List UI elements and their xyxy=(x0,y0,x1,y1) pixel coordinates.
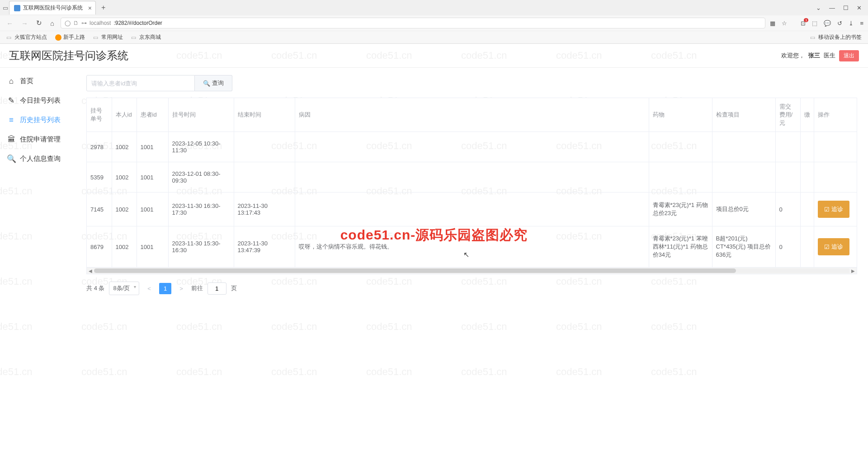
sidebar-item-home[interactable]: ⌂ 首页 xyxy=(0,71,79,91)
goto-input[interactable] xyxy=(208,282,226,295)
cell-reg_no: 7145 xyxy=(87,193,112,226)
cell-end_time: 2023-11-30 13:47:39 xyxy=(234,226,295,268)
tab-favicon-icon xyxy=(14,5,20,11)
th-action: 操作 xyxy=(814,98,857,132)
page-next-icon[interactable]: > xyxy=(176,283,187,294)
sidebar-item-profile[interactable]: 🔍 个人信息查询 xyxy=(0,149,79,169)
window-dropdown-icon[interactable]: ⌄ xyxy=(816,5,821,11)
cell-exam: 项目总价0元 xyxy=(712,193,775,226)
cell-fee: 0 xyxy=(775,193,800,226)
window-minimize-icon[interactable]: — xyxy=(829,5,835,11)
extension-badge-icon[interactable]: ⊡1 xyxy=(801,20,806,27)
scroll-right-icon[interactable]: ▶ xyxy=(849,268,857,273)
chat-icon[interactable]: 💬 xyxy=(824,20,831,27)
th-self-id: 本人id xyxy=(112,98,137,132)
cell-patient_id: 1001 xyxy=(137,226,168,268)
bookmark-jd[interactable]: ▭京东商城 xyxy=(131,33,161,41)
bookmarks-bar: ▭火狐官方站点 新手上路 ▭常用网址 ▭京东商城 ▭移动设备上的书签 xyxy=(0,31,868,43)
bookmark-newbie[interactable]: 新手上路 xyxy=(55,33,85,41)
page-size-select[interactable]: 8条/页 xyxy=(109,282,139,295)
zhuizhen-button[interactable]: ☑追诊 xyxy=(818,201,849,218)
star-icon[interactable]: ☆ xyxy=(782,20,787,27)
bookmark-firefox[interactable]: ▭火狐官方站点 xyxy=(6,33,47,41)
extension-icon[interactable]: ⬚ xyxy=(812,20,817,27)
table-header-row: 挂号单号 本人id 患者id 挂号时间 结束时间 病因 药物 检查项目 需交费用… xyxy=(87,98,857,132)
cell-self_id: 1002 xyxy=(112,226,137,268)
sidebar-item-label: 首页 xyxy=(20,77,33,85)
th-medicine: 药物 xyxy=(649,98,712,132)
new-tab-button[interactable]: + xyxy=(98,2,109,14)
nav-forward-icon[interactable]: → xyxy=(19,19,30,28)
cell-action: ☑追诊 xyxy=(814,226,857,268)
sidebar-item-inpatient[interactable]: 🏛 住院申请管理 xyxy=(0,130,79,149)
cell-end_time xyxy=(234,162,295,193)
cell-cause: 哎呀，这个病情不容乐观。得花钱。 xyxy=(295,226,649,268)
cell-cause xyxy=(295,193,649,226)
bookmark-mobile[interactable]: ▭移动设备上的书签 xyxy=(810,33,862,41)
table-wrap: 挂号单号 本人id 患者id 挂号时间 结束时间 病因 药物 检查项目 需交费用… xyxy=(86,98,857,274)
window-maximize-icon[interactable]: ☐ xyxy=(843,5,849,11)
cell-pay xyxy=(800,193,814,226)
cell-reg_no: 2978 xyxy=(87,132,112,162)
cell-fee xyxy=(775,132,800,162)
window-controls: ⌄ — ☐ ✕ xyxy=(816,5,868,11)
window-close-icon[interactable]: ✕ xyxy=(857,5,862,11)
download-icon[interactable]: ⤓ xyxy=(849,20,854,27)
search-icon: 🔍 xyxy=(7,155,15,163)
check-icon: ☑ xyxy=(824,206,830,213)
bookmark-common[interactable]: ▭常用网址 xyxy=(93,33,123,41)
cell-end_time xyxy=(234,132,295,162)
tab-close-icon[interactable]: × xyxy=(88,5,92,12)
app-title: 互联网医院挂号问诊系统 xyxy=(9,48,128,63)
browser-tab[interactable]: 互联网医院挂号问诊系统 × xyxy=(9,1,96,14)
goto-suffix: 页 xyxy=(231,284,237,292)
cell-self_id: 1002 xyxy=(112,132,137,162)
zhuizhen-button[interactable]: ☑追诊 xyxy=(818,238,849,255)
th-reg-time: 挂号时间 xyxy=(168,98,234,132)
edit-icon: ✎ xyxy=(7,97,15,105)
nav-home-icon[interactable]: ⌂ xyxy=(48,19,56,28)
cell-reg_time: 2023-11-30 15:30-16:30 xyxy=(168,226,234,268)
cell-reg_time: 2023-12-05 10:30-11:30 xyxy=(168,132,234,162)
nav-back-icon[interactable]: ← xyxy=(5,19,15,28)
sidebar-item-today[interactable]: ✎ 今日挂号列表 xyxy=(0,91,79,110)
cell-reg_time: 2023-11-30 16:30-17:30 xyxy=(168,193,234,226)
cell-medicine xyxy=(649,162,712,193)
scroll-thumb[interactable] xyxy=(94,268,736,273)
logout-button[interactable]: 退出 xyxy=(839,50,859,61)
page-current[interactable]: 1 xyxy=(159,283,171,294)
scroll-left-icon[interactable]: ◀ xyxy=(87,268,94,273)
cell-pay xyxy=(800,226,814,268)
user-name: 张三 xyxy=(808,52,820,60)
cell-reg_no: 8679 xyxy=(87,226,112,268)
content: 🔍 查询 挂号单号 本人id 患者id 挂号时间 结束时间 病因 药 xyxy=(79,68,868,310)
search-button[interactable]: 🔍 查询 xyxy=(195,75,232,91)
refresh-ext-icon[interactable]: ↺ xyxy=(837,20,842,27)
url-bar: ← → ↻ ⌂ ◯ 🗋 ⊶ localhost:9282/#/doctorOrd… xyxy=(0,15,868,31)
search-input[interactable] xyxy=(86,75,195,91)
cell-end_time: 2023-11-30 13:17:43 xyxy=(234,193,295,226)
page-prev-icon[interactable]: < xyxy=(144,283,155,294)
horizontal-scrollbar[interactable]: ◀ ▶ xyxy=(87,268,857,274)
cell-cause xyxy=(295,132,649,162)
cell-self_id: 1002 xyxy=(112,162,137,193)
tab-space-icon: ▭ xyxy=(4,4,7,11)
search-bar: 🔍 查询 xyxy=(86,75,857,91)
scroll-track[interactable] xyxy=(94,268,849,273)
nav-reload-icon[interactable]: ↻ xyxy=(34,18,44,28)
cell-medicine: 青霉素*23(元)*1 苯唑西林*11(元)*1 药物总价34元 xyxy=(649,226,712,268)
cell-cause xyxy=(295,162,649,193)
magnify-icon: 🔍 xyxy=(203,80,210,87)
main-layout: ⌂ 首页 ✎ 今日挂号列表 ≡ 历史挂号列表 🏛 住院申请管理 🔍 个人信息查询 xyxy=(0,68,868,310)
sidebar-item-label: 历史挂号列表 xyxy=(20,116,61,124)
user-role: 医生 xyxy=(824,52,835,60)
toolbar-icons: ⊡1 ⬚ 💬 ↺ ⤓ ≡ xyxy=(801,20,863,27)
cell-action xyxy=(814,132,857,162)
pagination: 共 4 条 8条/页 < 1 > 前往 页 xyxy=(86,274,857,302)
qr-icon[interactable]: ▦ xyxy=(770,20,775,27)
sidebar-item-history[interactable]: ≡ 历史挂号列表 xyxy=(0,110,79,130)
menu-icon[interactable]: ≡ xyxy=(860,20,863,27)
url-field[interactable]: ◯ 🗋 ⊶ localhost:9282/#/doctorOrder xyxy=(61,18,765,28)
tab-title: 互联网医院挂号问诊系统 xyxy=(23,4,83,12)
welcome-text: 欢迎您， xyxy=(781,52,805,60)
